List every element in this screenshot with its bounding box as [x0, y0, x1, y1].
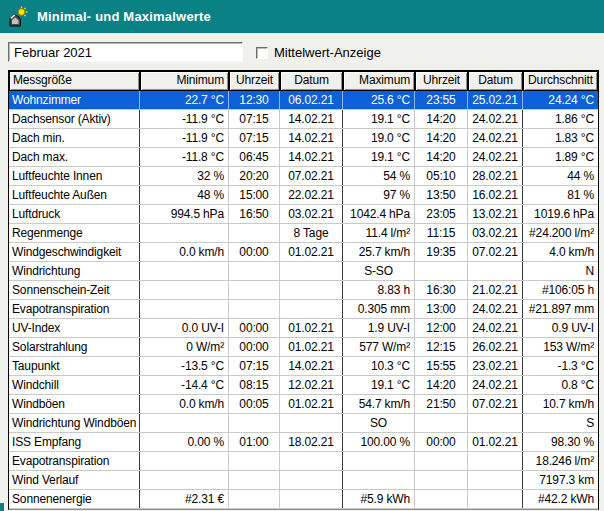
table-row-3[interactable]: Dach max.-11.8 °C06:4514.02.2119.1 °C14:…: [9, 148, 598, 167]
table-row-4[interactable]: Luftfeuchte Innen32 %20:2007.02.2154 %05…: [9, 167, 598, 186]
cell-17-1: [140, 414, 229, 432]
cell-18-4: 100.00 %: [343, 433, 415, 451]
cell-11-5: 13:00: [415, 300, 468, 318]
column-header-uhrzeit-2[interactable]: Uhrzeit: [230, 72, 279, 90]
cell-0-0: Wohnzimmer: [9, 91, 140, 109]
cell-1-6: 24.02.21: [468, 110, 523, 128]
cell-8-3: 01.02.21: [280, 243, 343, 261]
cell-17-6: [468, 414, 523, 432]
cell-6-5: 23:05: [415, 205, 468, 223]
cell-0-7: 24.24 °C: [523, 91, 598, 109]
cell-8-4: 25.7 km/h: [343, 243, 415, 261]
cell-15-1: -14.4 °C: [140, 376, 229, 394]
cell-4-2: 20:20: [229, 167, 280, 185]
table-row-2[interactable]: Dach min.-11.9 °C07:1514.02.2119.0 °C14:…: [9, 129, 598, 148]
cell-6-2: 16:50: [229, 205, 280, 223]
cell-18-7: 98.30 %: [523, 433, 598, 451]
cell-1-7: 1.86 °C: [523, 110, 598, 128]
cell-17-4: SO: [343, 414, 415, 432]
table-header-row: MessgrößeMinimumUhrzeitDatumMaximumUhrze…: [9, 71, 598, 91]
window-corner-notch: [0, 503, 4, 511]
title-bar[interactable]: Minimal- und Maximalwerte: [0, 0, 604, 33]
table-row-21[interactable]: Sonnenenergie#2.31 €#5.9 kWh#42.2 kWh: [9, 490, 598, 509]
cell-2-0: Dach min.: [9, 129, 140, 147]
cell-10-4: 8.83 h: [343, 281, 415, 299]
cell-4-3: 07.02.21: [280, 167, 343, 185]
column-header-datum-6[interactable]: Datum: [469, 72, 522, 90]
cell-7-5: 11:15: [415, 224, 468, 242]
cell-13-4: 577 W/m²: [343, 338, 415, 356]
table-row-11[interactable]: Evapotranspiration0.305 mm13:0024.02.21#…: [9, 300, 598, 319]
column-header-uhrzeit-5[interactable]: Uhrzeit: [416, 72, 467, 90]
table-body: Wohnzimmer22.7 °C12:3006.02.2125.6 °C23:…: [9, 91, 598, 509]
cell-5-2: 15:00: [229, 186, 280, 204]
table-row-12[interactable]: UV-Index0.0 UV-I00:0001.02.211.9 UV-I12:…: [9, 319, 598, 338]
cell-16-1: 0.0 km/h: [140, 395, 229, 413]
table-row-0[interactable]: Wohnzimmer22.7 °C12:3006.02.2125.6 °C23:…: [9, 91, 598, 110]
cell-14-6: 23.02.21: [468, 357, 523, 375]
cell-3-3: 14.02.21: [280, 148, 343, 166]
mittelwert-checkbox[interactable]: [256, 47, 268, 59]
table-row-1[interactable]: Dachsensor (Aktiv)-11.9 °C07:1514.02.211…: [9, 110, 598, 129]
cell-14-0: Taupunkt: [9, 357, 140, 375]
table-row-18[interactable]: ISS Empfang0.00 %01:0018.02.21100.00 %00…: [9, 433, 598, 452]
cell-19-7: 18.246 l/m²: [523, 452, 598, 470]
cell-4-4: 54 %: [343, 167, 415, 185]
cell-13-2: 00:00: [229, 338, 280, 356]
table-row-10[interactable]: Sonnenschein-Zeit8.83 h16:3021.02.21#106…: [9, 281, 598, 300]
cell-12-3: 01.02.21: [280, 319, 343, 337]
cell-14-4: 10.3 °C: [343, 357, 415, 375]
column-header-maximum-4[interactable]: Maximum: [344, 72, 414, 90]
cell-20-6: [468, 471, 523, 489]
cell-11-3: [280, 300, 343, 318]
cell-12-5: 12:00: [415, 319, 468, 337]
cell-2-3: 14.02.21: [280, 129, 343, 147]
cell-11-0: Evapotranspiration: [9, 300, 140, 318]
cell-5-1: 48 %: [140, 186, 229, 204]
table-row-9[interactable]: WindrichtungS-SON: [9, 262, 598, 281]
cell-11-6: 24.02.21: [468, 300, 523, 318]
cell-21-4: #5.9 kWh: [343, 490, 415, 508]
cell-15-5: 14:20: [415, 376, 468, 394]
cell-19-0: Evapotranspiration: [9, 452, 140, 470]
table-row-19[interactable]: Evapotranspiration18.246 l/m²: [9, 452, 598, 471]
cell-4-7: 44 %: [523, 167, 598, 185]
cell-20-2: [229, 471, 280, 489]
column-header-datum-3[interactable]: Datum: [281, 72, 342, 90]
table-row-17[interactable]: Windrichtung WindböenSOS: [9, 414, 598, 433]
cell-13-6: 26.02.21: [468, 338, 523, 356]
table-row-6[interactable]: Luftdruck994.5 hPa16:5003.02.211042.4 hP…: [9, 205, 598, 224]
cell-2-1: -11.9 °C: [140, 129, 229, 147]
cell-12-4: 1.9 UV-I: [343, 319, 415, 337]
cell-7-0: Regenmenge: [9, 224, 140, 242]
cell-16-3: 01.02.21: [280, 395, 343, 413]
cell-0-6: 25.02.21: [468, 91, 523, 109]
month-input[interactable]: [8, 42, 243, 62]
cell-7-2: [229, 224, 280, 242]
cell-5-4: 97 %: [343, 186, 415, 204]
table-row-7[interactable]: Regenmenge8 Tage11.4 l/m²11:1503.02.21#2…: [9, 224, 598, 243]
table-row-8[interactable]: Windgeschwindigkeit0.0 km/h00:0001.02.21…: [9, 243, 598, 262]
cell-2-2: 07:15: [229, 129, 280, 147]
column-header-durchschnitt-7[interactable]: Durchschnitt: [524, 72, 597, 90]
table-row-16[interactable]: Windböen0.0 km/h00:0501.02.2154.7 km/h21…: [9, 395, 598, 414]
cell-21-1: #2.31 €: [140, 490, 229, 508]
cell-16-6: 07.02.21: [468, 395, 523, 413]
column-header-minimum-1[interactable]: Minimum: [141, 72, 228, 90]
cell-7-3: 8 Tage: [280, 224, 343, 242]
cell-16-4: 54.7 km/h: [343, 395, 415, 413]
table-row-14[interactable]: Taupunkt-13.5 °C07:1514.02.2110.3 °C15:5…: [9, 357, 598, 376]
table-row-20[interactable]: Wind Verlauf7197.3 km: [9, 471, 598, 490]
cell-1-5: 14:20: [415, 110, 468, 128]
cell-11-4: 0.305 mm: [343, 300, 415, 318]
cell-14-1: -13.5 °C: [140, 357, 229, 375]
cell-20-5: [415, 471, 468, 489]
mittelwert-checkbox-row[interactable]: Mittelwert-Anzeige: [256, 45, 381, 60]
table-row-13[interactable]: Solarstrahlung0 W/m²00:0001.02.21577 W/m…: [9, 338, 598, 357]
cell-8-0: Windgeschwindigkeit: [9, 243, 140, 261]
cell-16-2: 00:05: [229, 395, 280, 413]
column-header-messgr-e-0[interactable]: Messgröße: [10, 72, 139, 90]
cell-12-0: UV-Index: [9, 319, 140, 337]
table-row-15[interactable]: Windchill-14.4 °C08:1512.02.2119.1 °C14:…: [9, 376, 598, 395]
table-row-5[interactable]: Luftfeuchte Außen48 %15:0022.02.2197 %13…: [9, 186, 598, 205]
